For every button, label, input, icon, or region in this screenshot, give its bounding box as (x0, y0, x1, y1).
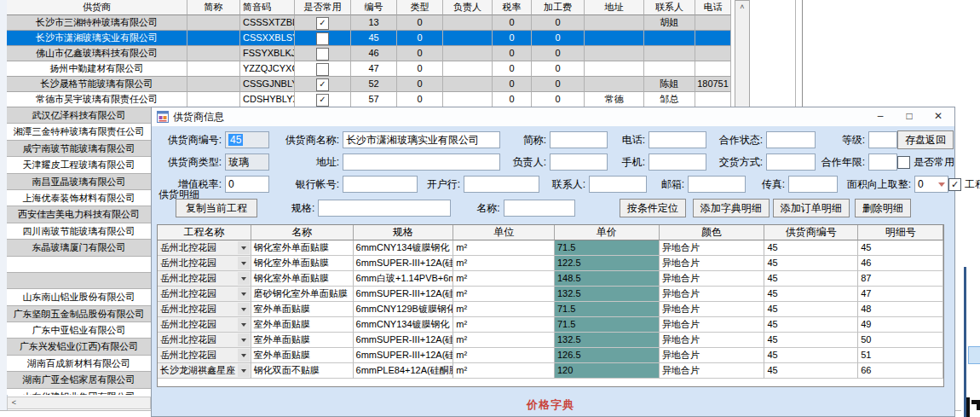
list-item[interactable] (7, 273, 151, 289)
column-header-supplier-no[interactable]: 供货商编号 (764, 225, 858, 240)
list-item[interactable]: 上海优泰装饰材料有限公司 (7, 190, 151, 206)
close-button[interactable]: ✕ (924, 107, 953, 126)
project-combo[interactable]: 长沙龙湖祺鑫星座 (158, 363, 251, 379)
fax-field[interactable] (788, 176, 838, 193)
coop-status-field[interactable] (766, 131, 816, 148)
coop-years-field[interactable] (868, 153, 897, 171)
detail-row[interactable]: 岳州北控花园 室外单面贴膜 6mmCNY129B镀膜钢化 m² 71.5 异地合… (158, 302, 943, 317)
column-header-fee[interactable]: 加工费 (532, 0, 585, 15)
project-combo[interactable]: 岳州北控花园 (158, 240, 251, 256)
save-return-button[interactable]: 存盘返回 (897, 130, 954, 149)
chevron-down-icon[interactable] (238, 241, 250, 254)
list-item[interactable]: 广东坚朗五金制品股份有限公司 (7, 306, 151, 322)
vertical-scrollbar[interactable]: ˄ (735, 0, 750, 107)
dialog-titlebar[interactable]: 供货商信息 – □ ✕ (152, 107, 954, 126)
list-item[interactable]: 广东兴发铝业(江西)有限公司 (7, 339, 151, 355)
column-header-supplier[interactable]: 供货商 (7, 0, 187, 15)
chevron-down-icon[interactable] (238, 364, 250, 377)
project-bind-checkbox[interactable]: ✓ 工程绑定 (948, 177, 980, 192)
detail-row[interactable]: 长沙龙湖祺鑫星座 钢化双面不贴膜 6mmPLE84+12A(硅酮胶... m² … (158, 363, 943, 379)
table-row[interactable]: 常德市昊宇玻璃有限责任公司 CDSHYBLYX ✓ 57 0 0 0 常德 邹总 (7, 92, 735, 107)
chevron-down-icon[interactable] (238, 333, 250, 346)
detail-row[interactable]: 岳州北控花园 钢化室外单面贴膜 6mmCNY134镀膜钢化 m² 71.5 异地… (158, 240, 943, 256)
list-item[interactable]: 东晶玻璃厦门有限公司 (7, 240, 151, 256)
chevron-down-icon[interactable] (238, 272, 250, 285)
locate-by-condition-button[interactable]: 按条件定位 (620, 199, 686, 217)
column-header-name[interactable]: 名称 (251, 225, 354, 240)
list-item[interactable]: 湖南百成新材料有限公司 (7, 356, 151, 372)
bank-field[interactable] (343, 176, 418, 193)
name-filter-input[interactable] (504, 200, 575, 217)
common-checkbox[interactable]: ✓ (316, 94, 329, 107)
column-header-contact[interactable]: 联系人 (644, 0, 695, 15)
chevron-down-icon[interactable] (238, 287, 250, 300)
common-checkbox[interactable] (316, 48, 329, 61)
area-roundup-combo[interactable]: 0 (914, 176, 948, 193)
list-item[interactable]: 四川南玻节能玻璃有限公司 (7, 223, 151, 240)
table-row[interactable]: 扬州中勤建材有限公司 YZZQJCYXGS 47 0 0 0 (7, 61, 735, 77)
mobile-field[interactable] (649, 153, 706, 171)
project-combo[interactable]: 岳州北控花园 (158, 256, 251, 271)
supplier-name-field[interactable]: 长沙市潇湘玻璃实业有限公司 (343, 131, 500, 148)
table-row[interactable]: 长沙市三湘特种玻璃有限公司 CSSSXTZBL.. ✓ 13 0 0 0 胡姐 (7, 15, 735, 31)
column-header-spec[interactable]: 规格 (354, 225, 454, 240)
delete-detail-button[interactable]: 删除明细 (855, 199, 911, 217)
minimize-button[interactable]: – (866, 107, 895, 126)
list-item[interactable]: 湘潭三金特种玻璃有限责任公司 (7, 124, 151, 140)
column-header-address[interactable]: 地址 (585, 0, 644, 15)
scroll-up-icon[interactable]: ˄ (735, 1, 749, 14)
project-combo[interactable]: 岳州北控花园 (158, 317, 251, 333)
chevron-down-icon[interactable] (238, 257, 250, 269)
supplier-no-field[interactable]: 45 (225, 131, 269, 148)
common-checkbox[interactable] (316, 63, 329, 76)
delivery-field[interactable] (766, 153, 816, 171)
list-item[interactable]: 西安佳吉美电力科技有限公司 (7, 206, 151, 223)
add-dict-detail-button[interactable]: 添加字典明细 (693, 199, 770, 217)
table-row-selected[interactable]: 长沙市潇湘玻璃实业有限公司 CSSXXBLSY.. 45 0 0 0 (7, 31, 735, 46)
add-order-detail-button[interactable]: 添加订单明细 (773, 199, 850, 217)
column-header-unit[interactable]: 单位 (453, 225, 555, 240)
table-row[interactable]: 佛山市亿鑫玻璃科技有限公司 FSSYXBLKJ.. 46 0 0 0 (7, 46, 735, 61)
abbr-field[interactable] (550, 131, 608, 148)
common-checkbox[interactable]: ✓ (316, 78, 329, 91)
vat-field[interactable]: 0 (225, 176, 269, 193)
project-combo[interactable]: 岳州北控花园 (158, 287, 251, 302)
common-checkbox[interactable] (316, 32, 329, 45)
chevron-down-icon[interactable] (238, 318, 250, 331)
detail-row[interactable]: 岳州北控花园 室外单面贴膜 6mmSUPER-III+12A(硅... m² 1… (158, 333, 943, 348)
project-combo[interactable]: 岳州北控花园 (158, 271, 251, 287)
chevron-down-icon[interactable] (238, 349, 250, 362)
address-field[interactable] (343, 153, 500, 171)
column-header-type[interactable]: 类型 (397, 0, 443, 15)
common-checkbox[interactable]: ✓ (316, 17, 329, 30)
detail-row[interactable]: 岳州北控花园 室外单面贴膜 6mmSUPER-III+12A(硅... m² 1… (158, 348, 943, 363)
column-header-detail-no[interactable]: 明细号 (858, 225, 943, 240)
manager-field[interactable] (550, 153, 608, 171)
column-header-code[interactable]: 简音码 (240, 0, 295, 15)
project-combo[interactable]: 岳州北控花园 (158, 302, 251, 317)
list-item[interactable]: 山东南山铝业股份有限公司 (7, 289, 151, 305)
spec-filter-input[interactable] (318, 200, 451, 217)
is-common-checkbox[interactable]: 是否常用 (897, 155, 954, 170)
project-combo[interactable]: 岳州北控花园 (158, 333, 251, 348)
column-header-no[interactable]: 编号 (351, 0, 397, 15)
list-item[interactable]: 天津耀皮工程玻璃有限公司 (7, 157, 151, 173)
email-field[interactable] (688, 176, 746, 193)
branch-field[interactable] (464, 176, 539, 193)
table-row[interactable]: 长沙晟格节能玻璃有限公司 CSSGJNBLYXGS ✓ 52 0 0 0 陈姐 … (7, 77, 735, 92)
chevron-down-icon[interactable] (238, 303, 250, 316)
project-combo[interactable]: 岳州北控花园 (158, 348, 251, 363)
column-header-abbr[interactable]: 简称 (187, 0, 240, 15)
phone-field[interactable] (649, 131, 706, 148)
copy-project-button[interactable]: 复制当前工程 (176, 199, 257, 217)
scroll-left-icon[interactable]: ˂ (8, 397, 20, 408)
detail-row[interactable]: 岳州北控花园 钢化室外单面贴膜 6mm白玻+1.14PVB+6mm... m² … (158, 271, 943, 287)
column-header-common[interactable]: 是否常用 (295, 0, 351, 15)
list-item[interactable]: 咸宁南玻节能玻璃有限公司 (7, 141, 151, 157)
column-header-manager[interactable]: 负责人 (443, 0, 493, 15)
contact-field[interactable] (589, 176, 647, 193)
detail-row[interactable]: 岳州北控花园 钢化室外单面贴膜 6mmSUPER-III+12A(硅... m²… (158, 256, 943, 271)
list-item[interactable]: 湖南广亚全铝家居有限公司 (7, 372, 151, 388)
grade-field[interactable] (868, 131, 897, 148)
list-item[interactable]: 广东中亚铝业有限公司 (7, 322, 151, 339)
